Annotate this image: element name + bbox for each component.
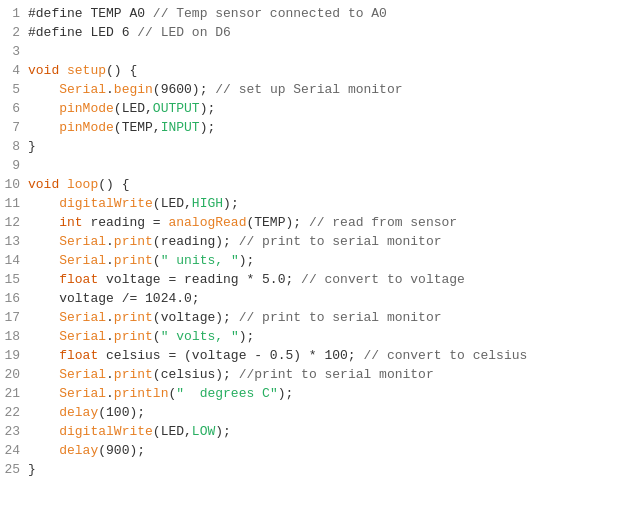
default-token: (TEMP);	[246, 215, 308, 230]
code-line: 6 pinMode(LED,OUTPUT);	[0, 99, 629, 118]
comment-token: // print to serial monitor	[239, 310, 442, 325]
func-token: print	[114, 367, 153, 382]
indent-token	[28, 234, 59, 249]
func-token: delay	[59, 443, 98, 458]
default-token: (9600);	[153, 82, 215, 97]
code-line: 8}	[0, 137, 629, 156]
func-token: analogRead	[168, 215, 246, 230]
code-line: 7 pinMode(TEMP,INPUT);	[0, 118, 629, 137]
default-token: .	[106, 310, 114, 325]
line-number: 3	[0, 42, 28, 61]
default-token: (LED,	[153, 196, 192, 211]
default-token: }	[28, 139, 36, 154]
func-token: print	[114, 310, 153, 325]
code-line: 13 Serial.print(reading); // print to se…	[0, 232, 629, 251]
line-content: Serial.print(voltage); // print to seria…	[28, 308, 621, 327]
code-line: 21 Serial.println(" degrees C");	[0, 384, 629, 403]
serial-token: Serial	[59, 329, 106, 344]
line-number: 9	[0, 156, 28, 175]
code-line: 4void setup() {	[0, 61, 629, 80]
line-number: 1	[0, 4, 28, 23]
line-content: Serial.print(" volts, ");	[28, 327, 621, 346]
indent-token	[28, 101, 59, 116]
line-number: 20	[0, 365, 28, 384]
default-token: voltage = reading * 5.0;	[106, 272, 301, 287]
func-token: pinMode	[59, 120, 114, 135]
comment-token: // LED on D6	[137, 25, 231, 40]
line-content: void loop() {	[28, 175, 621, 194]
line-number: 22	[0, 403, 28, 422]
serial-token: Serial	[59, 82, 106, 97]
line-content: digitalWrite(LED,LOW);	[28, 422, 621, 441]
code-line: 18 Serial.print(" volts, ");	[0, 327, 629, 346]
line-content: void setup() {	[28, 61, 621, 80]
comment-token: //print to serial monitor	[239, 367, 434, 382]
const-token: INPUT	[161, 120, 200, 135]
string-token: " degrees C"	[176, 386, 277, 401]
line-number: 4	[0, 61, 28, 80]
default-token: (celsius);	[153, 367, 239, 382]
line-number: 14	[0, 251, 28, 270]
default-token: .	[106, 386, 114, 401]
line-number: 2	[0, 23, 28, 42]
func-token: digitalWrite	[59, 196, 153, 211]
comment-token: // convert to voltage	[301, 272, 465, 287]
line-content: int reading = analogRead(TEMP); // read …	[28, 213, 621, 232]
default-token: );	[239, 253, 255, 268]
default-token: );	[223, 196, 239, 211]
serial-token: Serial	[59, 253, 106, 268]
default-token: );	[200, 101, 216, 116]
const-token: LOW	[192, 424, 215, 439]
default-token: .	[106, 234, 114, 249]
line-number: 12	[0, 213, 28, 232]
default-token: LED 6	[90, 25, 137, 40]
line-number: 5	[0, 80, 28, 99]
default-token: (	[153, 329, 161, 344]
indent-token	[28, 348, 59, 363]
line-content: pinMode(LED,OUTPUT);	[28, 99, 621, 118]
indent-token	[28, 82, 59, 97]
default-token: );	[200, 120, 216, 135]
func-token: println	[114, 386, 169, 401]
line-number: 15	[0, 270, 28, 289]
line-number: 8	[0, 137, 28, 156]
code-line: 24 delay(900);	[0, 441, 629, 460]
keyword-token: int	[59, 215, 90, 230]
default-token: celsius = (voltage - 0.5) * 100;	[106, 348, 363, 363]
indent-token	[28, 215, 59, 230]
code-line: 3	[0, 42, 629, 61]
line-number: 19	[0, 346, 28, 365]
func-token: loop	[67, 177, 98, 192]
func-token: print	[114, 234, 153, 249]
code-line: 12 int reading = analogRead(TEMP); // re…	[0, 213, 629, 232]
default-token: (reading);	[153, 234, 239, 249]
default-token: );	[215, 424, 231, 439]
line-content: delay(100);	[28, 403, 621, 422]
keyword-token: float	[59, 348, 106, 363]
line-number: 25	[0, 460, 28, 479]
comment-token: // read from sensor	[309, 215, 457, 230]
default-token: reading =	[90, 215, 168, 230]
default-token: (voltage);	[153, 310, 239, 325]
line-number: 23	[0, 422, 28, 441]
func-token: pinMode	[59, 101, 114, 116]
default-token: .	[106, 329, 114, 344]
line-content: digitalWrite(LED,HIGH);	[28, 194, 621, 213]
default-token: (LED,	[114, 101, 153, 116]
line-number: 18	[0, 327, 28, 346]
default-token: (100);	[98, 405, 145, 420]
func-token: print	[114, 329, 153, 344]
line-content: #define TEMP A0 // Temp sensor connected…	[28, 4, 621, 23]
default-token: .	[106, 367, 114, 382]
default-token: );	[278, 386, 294, 401]
line-content: float voltage = reading * 5.0; // conver…	[28, 270, 621, 289]
line-content: Serial.print(" units, ");	[28, 251, 621, 270]
code-line: 19 float celsius = (voltage - 0.5) * 100…	[0, 346, 629, 365]
line-number: 7	[0, 118, 28, 137]
line-content: pinMode(TEMP,INPUT);	[28, 118, 621, 137]
func-token: begin	[114, 82, 153, 97]
indent-token	[28, 310, 59, 325]
keyword-token: void	[28, 63, 67, 78]
code-line: 1#define TEMP A0 // Temp sensor connecte…	[0, 4, 629, 23]
code-line: 5 Serial.begin(9600); // set up Serial m…	[0, 80, 629, 99]
